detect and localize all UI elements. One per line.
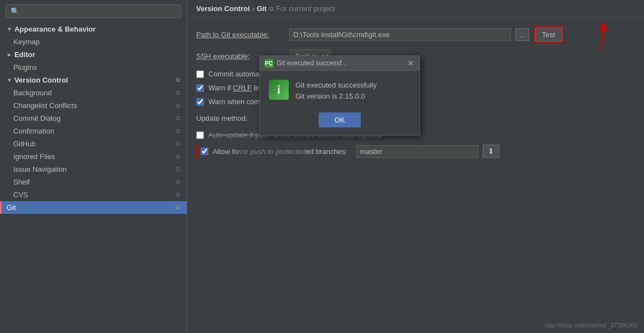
- copy-icon: ⧉: [176, 153, 180, 160]
- ellipsis-button[interactable]: ...: [515, 28, 529, 41]
- sidebar-item-git[interactable]: Git ⧉: [0, 201, 187, 214]
- sidebar-item-confirmation[interactable]: Confirmation ⧉: [0, 125, 187, 137]
- branch-input[interactable]: [356, 145, 478, 158]
- copy-icon: ⧉: [176, 127, 180, 135]
- allow-checkbox[interactable]: [201, 147, 208, 155]
- warn-head-checkbox[interactable]: [196, 98, 204, 106]
- warn-crlf-checkbox[interactable]: [196, 84, 204, 92]
- search-input[interactable]: [6, 4, 181, 18]
- breadcrumb-arrow-icon: ›: [252, 4, 254, 13]
- sidebar-item-appearance[interactable]: ▼ Appearance & Behavior: [0, 23, 187, 35]
- sidebar-item-changelist-conflicts[interactable]: Changelist Conflicts ⧉: [0, 99, 187, 112]
- sidebar-item-version-control[interactable]: ▼ Version Control ⧉: [0, 74, 187, 86]
- copy-icon: ⧉: [176, 191, 180, 198]
- sidebar-item-label: Keymap: [13, 38, 40, 46]
- path-row: Path to Git executable: ... Test: [196, 27, 635, 43]
- sidebar-item-label: Commit Dialog: [13, 114, 60, 122]
- sidebar-item-label: CVS: [13, 191, 28, 199]
- copy-icon: ⧉: [176, 76, 180, 84]
- copy-icon: ⧉: [176, 115, 180, 122]
- breadcrumb-vc: Version Control: [196, 4, 250, 13]
- sidebar-item-label: GitHub: [13, 140, 35, 148]
- copy-icon: ⧉: [176, 178, 180, 186]
- breadcrumb-git: Git: [257, 4, 267, 13]
- copy-icon: ⧉: [176, 166, 180, 173]
- copy-icon: ⧉: [176, 102, 180, 109]
- project-icon: ⧉: [269, 5, 274, 13]
- sidebar-item-label: Issue Navigation: [13, 165, 67, 173]
- content-panel: Version Control › Git ⧉ For current proj…: [187, 0, 644, 333]
- sidebar-item-label: Editor: [14, 50, 35, 59]
- copy-icon: ⧉: [176, 140, 180, 147]
- sidebar-item-issue-navigation[interactable]: Issue Navigation ⧉: [0, 163, 187, 176]
- sidebar-item-label: Changelist Conflicts: [13, 101, 77, 110]
- copy-icon: ⧉: [176, 89, 180, 96]
- sidebar-item-github[interactable]: GitHub ⧉: [0, 137, 187, 150]
- dialog-app-icon: PC: [264, 59, 273, 68]
- allow-label: Allow force push to protecteded branches…: [213, 147, 347, 156]
- sidebar-item-keymap[interactable]: Keymap: [0, 35, 187, 48]
- success-dialog: PC Git executed successf... ✕ i Git exec…: [259, 55, 420, 136]
- sidebar-item-ignored-files[interactable]: Ignored Files ⧉: [0, 150, 187, 163]
- breadcrumb-project: For current project: [276, 4, 335, 13]
- sidebar-item-cvs[interactable]: CVS ⧉: [0, 188, 187, 201]
- sidebar-item-label: Plugins: [13, 63, 37, 71]
- sidebar-item-label: Ignored Files: [13, 152, 55, 161]
- test-button[interactable]: Test: [535, 28, 563, 42]
- sidebar-item-label: Background: [13, 89, 52, 97]
- branches-row: ⬇: [356, 145, 499, 158]
- dialog-body: i Git executed successfully Git version …: [260, 71, 420, 108]
- sidebar-item-label: Version Control: [14, 76, 68, 84]
- path-label: Path to Git executable:: [196, 30, 285, 39]
- copy-icon: ⧉: [176, 204, 180, 211]
- bottom-url: http://blog.csdn.net/m0_37306360: [545, 322, 637, 329]
- commit-auto-checkbox[interactable]: [196, 70, 204, 78]
- sidebar-item-plugins[interactable]: Plugins: [0, 61, 187, 74]
- sidebar-item-label: Confirmation: [13, 127, 54, 135]
- breadcrumb: Version Control › Git ⧉ For current proj…: [187, 0, 644, 18]
- dialog-title: Git executed successf...: [277, 59, 403, 67]
- info-icon: i: [269, 80, 289, 100]
- arrow-icon: ▼: [7, 77, 12, 83]
- sidebar-item-label: Git: [7, 203, 16, 212]
- dialog-message: Git executed successfully Git version is…: [295, 80, 377, 101]
- update-method-label: Update method:: [196, 114, 257, 122]
- arrow-icon: ▼: [7, 26, 12, 32]
- sidebar-item-commit-dialog[interactable]: Commit Dialog ⧉: [0, 112, 187, 125]
- sidebar-item-label: Appearance & Behavior: [14, 25, 96, 33]
- allow-row: Allow force push to protecteded branches…: [196, 145, 635, 158]
- sidebar-item-editor[interactable]: ► Editor: [0, 48, 187, 61]
- ok-button[interactable]: OK: [319, 112, 361, 127]
- arrow-icon: ►: [7, 52, 12, 58]
- dialog-titlebar: PC Git executed successf... ✕: [260, 56, 420, 71]
- dialog-close-button[interactable]: ✕: [406, 59, 415, 68]
- path-input[interactable]: [289, 28, 511, 41]
- sidebar-item-label: Shelf: [13, 178, 30, 186]
- sidebar: ▼ Appearance & Behavior Keymap ► Editor …: [0, 0, 187, 333]
- test-button-wrapper: Test: [534, 27, 564, 43]
- sidebar-item-background[interactable]: Background ⧉: [0, 86, 187, 99]
- auto-update-checkbox[interactable]: [196, 131, 204, 139]
- sidebar-item-shelf[interactable]: Shelf ⧉: [0, 176, 187, 188]
- branch-download-button[interactable]: ⬇: [483, 145, 499, 158]
- dialog-footer: OK: [260, 108, 420, 135]
